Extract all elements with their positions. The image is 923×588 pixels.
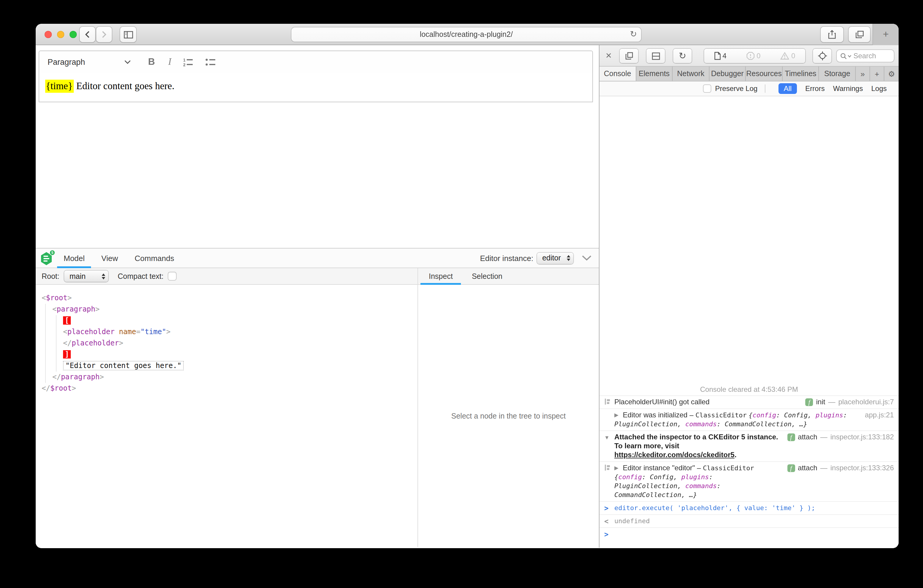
reload-icon[interactable]: ↻	[630, 29, 637, 39]
minimize-window-button[interactable]	[57, 31, 64, 38]
disclosure-triangle-icon[interactable]: ▶	[614, 412, 619, 418]
tab-view[interactable]: View	[95, 248, 125, 268]
tab-commands[interactable]: Commands	[128, 248, 181, 268]
settings-gear-icon[interactable]: ⚙	[884, 67, 898, 81]
tree-node-root-open[interactable]: <$root>	[42, 292, 417, 304]
forward-button[interactable]	[96, 27, 112, 42]
tree-node-placeholder-open[interactable]: <placeholder name="time">	[63, 327, 417, 338]
svg-text:2: 2	[184, 62, 186, 66]
window-content: Paragraph B I 1 2	[36, 45, 898, 548]
disclosure-triangle-icon[interactable]: ▶	[614, 465, 619, 471]
back-button[interactable]	[80, 27, 95, 42]
issues-summary-button[interactable]: 4 0	[704, 49, 805, 63]
tab-timelines[interactable]: Timelines	[783, 67, 819, 81]
tree-node-paragraph-open[interactable]: <paragraph>	[53, 304, 417, 315]
tree-node-paragraph-close[interactable]: </paragraph>	[53, 371, 417, 383]
tab-resources[interactable]: Resources	[746, 67, 783, 81]
ckeditor-docs-link[interactable]: https://ckeditor.com/docs/ckeditor5	[614, 451, 734, 459]
italic-button[interactable]: I	[168, 56, 171, 68]
scope-logs[interactable]: Logs	[871, 84, 887, 93]
console-entry-inspector-attached: ▼ Attached the inspector to a CKEditor 5…	[599, 431, 898, 462]
error-octagon-icon	[746, 52, 755, 60]
console-prompt[interactable]: >	[599, 528, 898, 540]
new-tab-button[interactable]: +	[872, 24, 898, 45]
function-badge-icon: f	[787, 464, 795, 472]
crosshair-icon	[818, 51, 827, 61]
source-location-link[interactable]: app.js:21	[865, 411, 894, 420]
editor-instance-select[interactable]: editor	[537, 252, 573, 264]
close-window-button[interactable]	[44, 31, 52, 38]
scope-warnings[interactable]: Warnings	[833, 84, 863, 93]
copy-icon	[625, 52, 633, 60]
editor-content[interactable]: {time} Editor content goes here.	[39, 72, 593, 102]
page-resource-count: 4	[714, 52, 726, 60]
scope-all[interactable]: All	[778, 83, 797, 94]
compact-text-label: Compact text:	[118, 272, 164, 280]
numbered-list-button[interactable]: 1 2	[184, 57, 194, 66]
sidebar-toggle-button[interactable]	[120, 27, 136, 42]
devtools-tabbar: Console Elements Network Debugger Resour…	[599, 67, 898, 81]
svg-text:1: 1	[184, 57, 186, 62]
function-badge-icon: f	[806, 398, 813, 406]
root-label: Root:	[42, 272, 59, 280]
reload-page-button[interactable]: ↻	[673, 49, 691, 63]
function-badge-icon: f	[787, 434, 795, 441]
tab-selection[interactable]: Selection	[463, 268, 511, 285]
zoom-window-button[interactable]	[70, 31, 77, 38]
inspector-header: 5 Model View Commands Editor instance: e…	[36, 248, 599, 268]
source-location-link[interactable]: inspector.js:133:182	[831, 433, 894, 442]
console-filterbar: Preserve Log All Errors Warnings Logs	[599, 81, 898, 96]
bold-button[interactable]: B	[148, 56, 155, 67]
collapse-inspector-button[interactable]	[581, 255, 592, 261]
bulleted-list-button[interactable]	[205, 57, 215, 66]
source-location-link[interactable]: inspector.js:133:326	[831, 464, 894, 473]
source-location-link[interactable]: placeholderui.js:7	[838, 398, 894, 407]
compact-text-checkbox[interactable]	[168, 272, 176, 280]
split-pane-icon	[652, 52, 660, 60]
chevron-right-icon	[100, 30, 108, 39]
tab-overview-button[interactable]	[849, 27, 870, 42]
close-devtools-button[interactable]: ✕	[605, 51, 612, 60]
tab-overflow-button[interactable]: »	[856, 67, 870, 81]
input-prompt-icon: >	[604, 504, 608, 512]
input-prompt-icon: >	[604, 531, 608, 539]
tab-elements[interactable]: Elements	[636, 67, 673, 81]
detach-devtools-button[interactable]	[620, 49, 638, 63]
paragraph-dropdown[interactable]: Paragraph	[48, 57, 85, 66]
editor-toolbar: Paragraph B I 1 2	[39, 51, 593, 73]
preserve-log-checkbox[interactable]	[704, 85, 711, 92]
error-count: 0	[746, 52, 760, 60]
tab-inspect[interactable]: Inspect	[420, 268, 461, 285]
placeholder-widget[interactable]: {time}	[45, 80, 74, 93]
tree-node-text[interactable]: "Editor content goes here."	[63, 360, 417, 371]
editor-text[interactable]: Editor content goes here.	[76, 80, 174, 92]
tab-debugger[interactable]: Debugger	[709, 67, 746, 81]
disclosure-triangle-open-icon[interactable]: ▼	[604, 435, 609, 440]
tab-storage[interactable]: Storage	[819, 67, 856, 81]
chevron-down-icon[interactable]	[124, 60, 131, 64]
search-placeholder: Search	[853, 52, 876, 60]
tab-console[interactable]: Console	[599, 67, 636, 81]
inspect-detail-pane: Select a node in the tree to inspect	[418, 285, 599, 547]
tree-node-root-close[interactable]: </$root>	[42, 383, 417, 394]
search-input[interactable]: Search	[837, 50, 894, 62]
dock-side-button[interactable]	[647, 49, 665, 63]
plus-icon: +	[883, 28, 889, 40]
tab-network[interactable]: Network	[673, 67, 709, 81]
selection-end-marker: ]	[63, 349, 417, 360]
search-icon	[840, 53, 847, 59]
console-output[interactable]: Console cleared at 4:53:46 PM Placeholde…	[599, 96, 898, 548]
share-button[interactable]	[821, 27, 843, 42]
root-select[interactable]: main	[64, 271, 108, 282]
element-picker-button[interactable]	[813, 49, 831, 63]
ckeditor-inspector: 5 Model View Commands Editor instance: e…	[36, 248, 599, 548]
select-arrows-icon	[102, 273, 105, 279]
address-bar[interactable]: localhost/creating-a-plugin2/ ↻	[291, 27, 641, 42]
chevron-left-icon	[84, 30, 91, 39]
tree-node-placeholder-close[interactable]: </placeholder>	[63, 338, 417, 349]
scope-errors[interactable]: Errors	[805, 84, 824, 93]
tab-model[interactable]: Model	[57, 248, 91, 268]
model-tree[interactable]: <$root> <paragraph> [ <placeholder name=…	[36, 285, 418, 547]
add-tab-button[interactable]: +	[870, 67, 884, 81]
log-icon	[604, 464, 610, 471]
